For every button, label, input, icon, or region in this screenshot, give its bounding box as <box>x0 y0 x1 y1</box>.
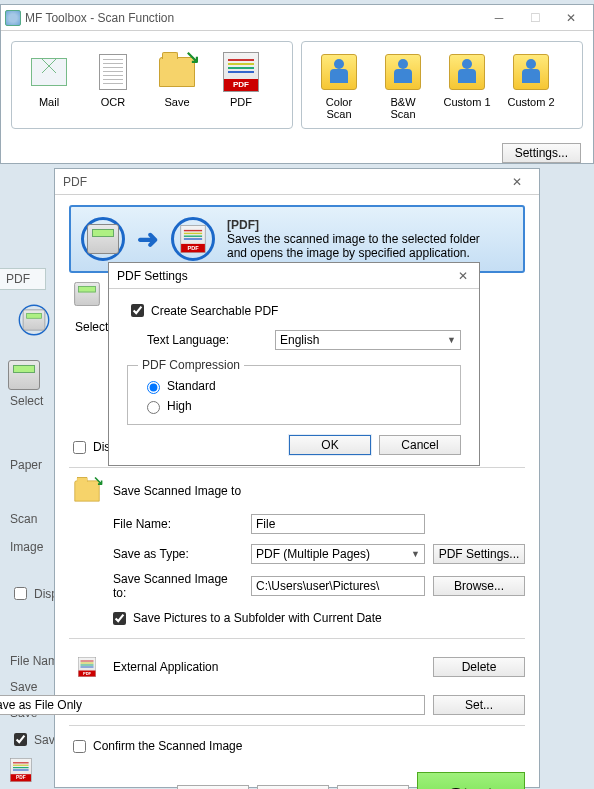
separator <box>69 638 525 639</box>
scanner-icon <box>8 360 40 390</box>
compression-high-radio[interactable]: High <box>142 398 450 414</box>
ocr-icon <box>91 50 135 94</box>
person-icon <box>317 50 361 94</box>
lang-select[interactable]: English▼ <box>275 330 461 350</box>
pdf-tag: PDF <box>79 671 96 677</box>
folder-icon <box>155 50 199 94</box>
settings-titlebar: PDF Settings ✕ <box>109 263 479 289</box>
pdf-button[interactable]: PDFPDF <box>212 50 270 120</box>
pdf-icon: PDF <box>219 50 263 94</box>
close-button[interactable]: ✕ <box>499 171 535 193</box>
mail-label: Mail <box>39 96 59 108</box>
window-buttons: ─ ☐ ✕ <box>481 7 589 29</box>
searchable-label: Create Searchable PDF <box>151 304 278 318</box>
close-button[interactable]: ✕ <box>553 7 589 29</box>
pdf-titlebar: PDF ✕ <box>55 169 539 195</box>
pdf-icon: PDF <box>78 657 96 677</box>
reset-button[interactable]: Reset <box>177 785 249 789</box>
bg-image-label: Image <box>10 540 43 554</box>
bg-save-label: Save <box>10 680 37 694</box>
save-as-type-label: Save as Type: <box>113 547 243 561</box>
searchable-check-row[interactable]: Create Searchable PDF <box>127 301 461 320</box>
scanner-icon <box>23 310 45 331</box>
confirm-checkbox[interactable] <box>73 740 86 753</box>
banner-scanner-circle <box>81 217 125 261</box>
apply-button[interactable]: Apply <box>257 785 329 789</box>
pdf-tag: PDF <box>11 774 31 781</box>
display-driver-checkbox[interactable] <box>73 441 86 454</box>
subfolder-check-row[interactable]: Save Pictures to a Subfolder with Curren… <box>69 606 525 630</box>
custom1-label: Custom 1 <box>443 96 490 108</box>
custom2-button[interactable]: Custom 2 <box>502 50 560 120</box>
ext-app-input[interactable] <box>0 695 425 715</box>
browse-button[interactable]: Browse... <box>433 576 525 596</box>
ext-app-label: External Application <box>113 660 425 674</box>
bw-scan-button[interactable]: B&W Scan <box>374 50 432 120</box>
maximize-button[interactable]: ☐ <box>517 7 553 29</box>
bg-circle <box>19 305 50 336</box>
bg-scanner-icon-2 <box>8 360 44 396</box>
set-button[interactable]: Set... <box>433 695 525 715</box>
row-language: Text Language: English▼ <box>127 328 461 352</box>
banner-line1: Saves the scanned image to the selected … <box>227 232 480 246</box>
pdf-settings-button[interactable]: PDF Settings... <box>433 544 525 564</box>
bg-scanner-icon-wrap <box>12 298 56 342</box>
file-name-input[interactable] <box>251 514 425 534</box>
pdf-label: PDF <box>230 96 252 108</box>
toolbox-window: MF Toolbox - Scan Function ─ ☐ ✕ Mail OC… <box>0 4 594 164</box>
close-button[interactable]: ✕ <box>451 265 475 287</box>
save-as-type-select[interactable]: PDF (Multiple Pages)▼ <box>251 544 425 564</box>
bg-select-label: Select <box>10 394 43 408</box>
searchable-checkbox[interactable] <box>131 304 144 317</box>
scanner-icon <box>87 224 119 254</box>
save-button[interactable]: Save <box>148 50 206 120</box>
pdf-buttons-row: Reset Apply Cancel Start <box>69 764 525 789</box>
row-save-to: Save Scanned Image to: Browse... <box>69 572 525 600</box>
save-to-label: Save Scanned Image to: <box>113 572 243 600</box>
radio-standard-label: Standard <box>167 379 216 393</box>
banner-pdf-circle: PDF <box>171 217 215 261</box>
subfolder-label: Save Pictures to a Subfolder with Curren… <box>133 611 382 625</box>
radio-high[interactable] <box>147 401 160 414</box>
settings-button[interactable]: Settings... <box>502 143 581 163</box>
ok-button[interactable]: OK <box>289 435 371 455</box>
cancel-button[interactable]: Cancel <box>379 435 461 455</box>
app-icon <box>5 10 21 26</box>
person-icon <box>509 50 553 94</box>
cancel-button[interactable]: Cancel <box>337 785 409 789</box>
custom1-button[interactable]: Custom 1 <box>438 50 496 120</box>
row-ext-app-value: Set... <box>69 693 525 717</box>
right-panel: Color Scan B&W Scan Custom 1 Custom 2 <box>301 41 583 129</box>
row-save-as-type: Save as Type: PDF (Multiple Pages)▼ PDF … <box>69 542 525 566</box>
save-to-input[interactable] <box>251 576 425 596</box>
color-scan-button[interactable]: Color Scan <box>310 50 368 120</box>
radio-standard[interactable] <box>147 381 160 394</box>
separator <box>69 467 525 468</box>
ocr-button[interactable]: OCR <box>84 50 142 120</box>
bg-tab-pdf: PDF <box>0 268 46 290</box>
start-button[interactable]: Start <box>417 772 525 789</box>
arrow-right-icon: ➜ <box>137 224 159 255</box>
compression-radios: Standard High <box>138 378 450 414</box>
file-name-label: File Name: <box>113 517 243 531</box>
settings-buttons: OK Cancel <box>127 425 461 455</box>
banner-line2: and opens the image by specified applica… <box>227 246 480 260</box>
color-scan-label: Color Scan <box>326 96 352 120</box>
pdf-settings-dialog: PDF Settings ✕ Create Searchable PDF Tex… <box>108 262 480 466</box>
confirm-check-row[interactable]: Confirm the Scanned Image <box>69 734 525 758</box>
toolbox-title: MF Toolbox - Scan Function <box>21 11 481 25</box>
delete-button[interactable]: Delete <box>433 657 525 677</box>
banner-text: [PDF] Saves the scanned image to the sel… <box>227 218 480 260</box>
bg-paper-label: Paper <box>10 458 42 472</box>
save-as-type-value: PDF (Multiple Pages) <box>256 547 370 561</box>
lang-value: English <box>280 333 319 347</box>
compression-standard-radio[interactable]: Standard <box>142 378 450 394</box>
mail-button[interactable]: Mail <box>20 50 78 120</box>
minimize-button[interactable]: ─ <box>481 7 517 29</box>
chevron-down-icon: ▼ <box>447 335 456 345</box>
subfolder-checkbox[interactable] <box>113 612 126 625</box>
row-save-heading: Save Scanned Image to <box>69 476 525 506</box>
person-icon <box>445 50 489 94</box>
toolbox-titlebar: MF Toolbox - Scan Function ─ ☐ ✕ <box>1 5 593 31</box>
pdf-icon: PDF <box>180 225 205 253</box>
